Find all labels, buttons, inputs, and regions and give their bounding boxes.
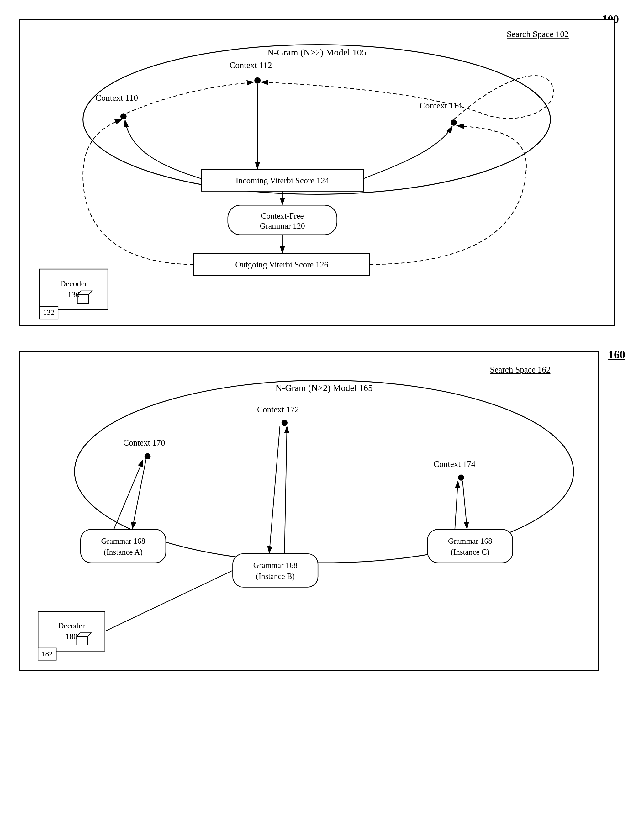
decoder-label-100: Decoder [60,279,87,288]
dashed-outgoing-to-114 [370,126,526,264]
decoder-box-160 [38,612,105,651]
grammar-b-label1: Grammar 168 [253,561,297,569]
arrow-gramA-to-170 [114,460,143,529]
context170-dot [144,453,150,459]
figure-100-box: Search Space 102 N-Gram (N>2) Model 105 … [19,19,615,326]
context112-dot [254,77,261,84]
dashed-114-to-112-loop [261,75,554,120]
arrow-172-to-gramB [269,426,280,553]
context114-dot [451,120,457,126]
search-space-162-label: Search Space 162 [490,365,550,374]
context174-dot [458,475,464,481]
dashed-110-to-112 [127,82,254,113]
decoder-box-100 [39,269,108,310]
decoder-label-160: Decoder [58,621,85,630]
context174-label: Context 174 [434,459,475,469]
arrow-incoming-to-114 [363,126,452,179]
decoder-to-gramB-line [105,571,233,631]
context172-dot [282,420,288,426]
decoder-id-label-100: 132 [43,308,54,316]
cfg-label1: Context-Free [261,211,304,221]
figure-160-box: Search Space 162 N-Gram (N>2) Model 165 … [19,351,599,671]
figure-160-section: Search Space 162 N-Gram (N>2) Model 165 … [19,345,625,671]
figure-160-number: 160 [608,348,625,361]
grammar-c-label2: (Instance C) [451,548,489,557]
grammar-c-box [428,529,513,563]
arrow-gramB-to-172 [284,426,287,553]
grammar-a-box [81,529,166,563]
context112-label: Context 112 [230,60,272,70]
ngram-label-160: N-Gram (N>2) Model 165 [276,383,373,393]
decoder-number-160: 180 [66,632,77,641]
arrow-incoming-to-110 [125,120,202,179]
outgoing-viterbi-label: Outgoing Viterbi Score 126 [235,260,328,269]
ngram-label-100: N-Gram (N>2) Model 105 [267,47,366,58]
search-space-102-label: Search Space 102 [507,29,569,39]
incoming-viterbi-label: Incoming Viterbi Score 124 [236,176,329,185]
figure-160-diagram: Search Space 162 N-Gram (N>2) Model 165 … [20,352,598,670]
arrow-174-to-gramC [463,481,467,529]
grammar-a-label1: Grammar 168 [101,537,146,545]
arrow-gramC-to-174 [455,481,458,529]
grammar-b-label2: (Instance B) [256,572,295,581]
grammar-a-label2: (Instance A) [104,548,143,557]
decoder-id-label-160: 182 [42,650,53,658]
context172-label: Context 172 [257,405,299,414]
figure-100-diagram: Search Space 102 N-Gram (N>2) Model 105 … [20,20,613,325]
grammar-b-box [233,554,318,587]
dashed-outgoing-to-110 [83,120,194,264]
grammar-c-label1: Grammar 168 [448,537,492,545]
context110-dot [120,113,127,120]
figure-100-section: Search Space 102 N-Gram (N>2) Model 105 … [19,19,625,326]
context170-label: Context 170 [123,438,165,448]
cfg-label2: Grammar 120 [260,221,305,230]
context110-label: Context 110 [95,93,138,103]
